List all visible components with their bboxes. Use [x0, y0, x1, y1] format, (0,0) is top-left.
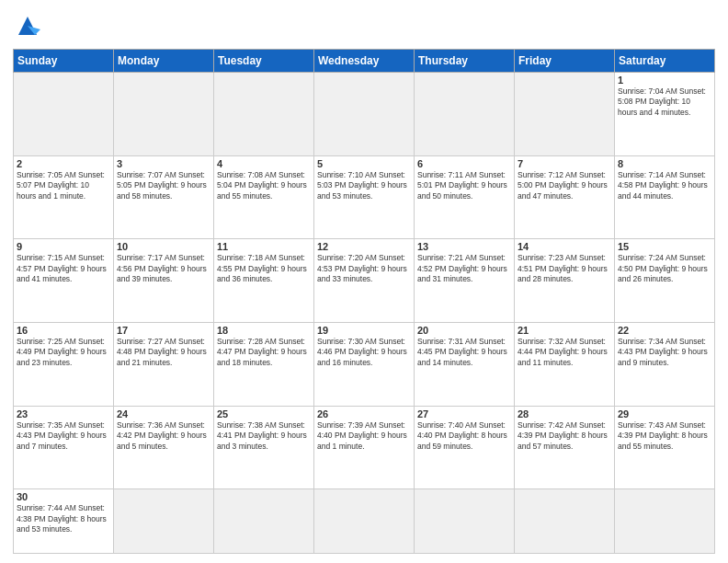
day-info: Sunrise: 7:43 AM Sunset: 4:39 PM Dayligh… [618, 420, 711, 452]
day-number: 3 [117, 158, 210, 169]
calendar-cell: 4Sunrise: 7:08 AM Sunset: 5:04 PM Daylig… [214, 155, 314, 239]
day-number: 26 [317, 408, 411, 419]
calendar-cell: 22Sunrise: 7:34 AM Sunset: 4:43 PM Dayli… [615, 322, 715, 406]
calendar-cell [415, 489, 515, 554]
calendar-cell: 2Sunrise: 7:05 AM Sunset: 5:07 PM Daylig… [14, 155, 114, 239]
calendar-cell: 16Sunrise: 7:25 AM Sunset: 4:49 PM Dayli… [14, 322, 114, 406]
calendar-cell: 20Sunrise: 7:31 AM Sunset: 4:45 PM Dayli… [415, 322, 515, 406]
calendar-cell: 23Sunrise: 7:35 AM Sunset: 4:43 PM Dayli… [14, 406, 114, 489]
calendar-cell [615, 489, 715, 554]
calendar-cell: 24Sunrise: 7:36 AM Sunset: 4:42 PM Dayli… [114, 406, 214, 489]
day-info: Sunrise: 7:38 AM Sunset: 4:41 PM Dayligh… [217, 420, 311, 452]
day-info: Sunrise: 7:04 AM Sunset: 5:08 PM Dayligh… [618, 86, 711, 118]
day-info: Sunrise: 7:32 AM Sunset: 4:44 PM Dayligh… [518, 337, 611, 368]
day-info: Sunrise: 7:39 AM Sunset: 4:40 PM Dayligh… [317, 420, 411, 452]
calendar-cell: 5Sunrise: 7:10 AM Sunset: 5:03 PM Daylig… [314, 155, 415, 239]
calendar-cell [114, 73, 214, 156]
calendar-week-3: 9Sunrise: 7:15 AM Sunset: 4:57 PM Daylig… [14, 239, 715, 323]
day-info: Sunrise: 7:35 AM Sunset: 4:43 PM Dayligh… [17, 420, 110, 452]
calendar-cell: 25Sunrise: 7:38 AM Sunset: 4:41 PM Dayli… [214, 406, 314, 489]
day-number: 6 [417, 158, 511, 169]
day-number: 7 [518, 158, 611, 169]
logo-icon [15, 13, 40, 39]
day-info: Sunrise: 7:24 AM Sunset: 4:50 PM Dayligh… [618, 253, 711, 284]
calendar-week-1: 1Sunrise: 7:04 AM Sunset: 5:08 PM Daylig… [14, 73, 715, 156]
day-number: 1 [618, 75, 711, 86]
day-info: Sunrise: 7:21 AM Sunset: 4:52 PM Dayligh… [417, 253, 511, 284]
calendar-cell: 3Sunrise: 7:07 AM Sunset: 5:05 PM Daylig… [114, 155, 214, 239]
weekday-header-saturday: Saturday [615, 50, 715, 73]
day-number: 21 [518, 325, 611, 336]
day-info: Sunrise: 7:25 AM Sunset: 4:49 PM Dayligh… [17, 337, 110, 368]
calendar-cell: 10Sunrise: 7:17 AM Sunset: 4:56 PM Dayli… [114, 239, 214, 323]
calendar-cell: 18Sunrise: 7:28 AM Sunset: 4:47 PM Dayli… [214, 322, 314, 406]
day-info: Sunrise: 7:10 AM Sunset: 5:03 PM Dayligh… [317, 170, 411, 201]
calendar-cell [314, 489, 415, 554]
day-number: 15 [618, 241, 711, 252]
day-number: 18 [217, 325, 311, 336]
calendar-cell [214, 489, 314, 554]
day-info: Sunrise: 7:44 AM Sunset: 4:38 PM Dayligh… [17, 503, 110, 534]
day-info: Sunrise: 7:05 AM Sunset: 5:07 PM Dayligh… [17, 170, 110, 201]
day-info: Sunrise: 7:23 AM Sunset: 4:51 PM Dayligh… [518, 253, 611, 284]
day-info: Sunrise: 7:11 AM Sunset: 5:01 PM Dayligh… [417, 170, 511, 201]
day-number: 13 [417, 241, 511, 252]
calendar-cell: 13Sunrise: 7:21 AM Sunset: 4:52 PM Dayli… [415, 239, 515, 323]
header [13, 9, 715, 43]
calendar-week-5: 23Sunrise: 7:35 AM Sunset: 4:43 PM Dayli… [14, 406, 715, 489]
day-number: 23 [17, 408, 110, 419]
calendar-week-4: 16Sunrise: 7:25 AM Sunset: 4:49 PM Dayli… [14, 322, 715, 406]
day-info: Sunrise: 7:31 AM Sunset: 4:45 PM Dayligh… [417, 337, 511, 368]
weekday-header-friday: Friday [515, 50, 615, 73]
day-number: 17 [117, 325, 210, 336]
day-number: 2 [17, 158, 110, 169]
day-info: Sunrise: 7:15 AM Sunset: 4:57 PM Dayligh… [17, 253, 110, 284]
day-number: 29 [618, 408, 711, 419]
calendar-cell [515, 489, 615, 554]
calendar-cell [14, 73, 114, 156]
weekday-header-monday: Monday [114, 50, 214, 73]
day-number: 19 [317, 325, 411, 336]
calendar-cell [114, 489, 214, 554]
day-number: 14 [518, 241, 611, 252]
day-number: 5 [317, 158, 411, 169]
day-info: Sunrise: 7:34 AM Sunset: 4:43 PM Dayligh… [618, 337, 711, 368]
calendar-cell: 27Sunrise: 7:40 AM Sunset: 4:40 PM Dayli… [415, 406, 515, 489]
day-info: Sunrise: 7:27 AM Sunset: 4:48 PM Dayligh… [117, 337, 210, 368]
calendar-week-2: 2Sunrise: 7:05 AM Sunset: 5:07 PM Daylig… [14, 155, 715, 239]
day-number: 11 [217, 241, 311, 252]
day-number: 27 [417, 408, 511, 419]
calendar-cell [415, 73, 515, 156]
calendar-cell: 17Sunrise: 7:27 AM Sunset: 4:48 PM Dayli… [114, 322, 214, 406]
calendar-table: SundayMondayTuesdayWednesdayThursdayFrid… [13, 49, 715, 554]
day-number: 9 [17, 241, 110, 252]
day-info: Sunrise: 7:36 AM Sunset: 4:42 PM Dayligh… [117, 420, 210, 452]
day-info: Sunrise: 7:17 AM Sunset: 4:56 PM Dayligh… [117, 253, 210, 284]
day-info: Sunrise: 7:07 AM Sunset: 5:05 PM Dayligh… [117, 170, 210, 201]
day-info: Sunrise: 7:30 AM Sunset: 4:46 PM Dayligh… [317, 337, 411, 368]
weekday-header-wednesday: Wednesday [314, 50, 415, 73]
weekday-header-thursday: Thursday [415, 50, 515, 73]
day-info: Sunrise: 7:40 AM Sunset: 4:40 PM Dayligh… [417, 420, 511, 452]
weekday-header-sunday: Sunday [14, 50, 114, 73]
logo-wordmark [13, 13, 40, 43]
calendar-cell: 9Sunrise: 7:15 AM Sunset: 4:57 PM Daylig… [14, 239, 114, 323]
calendar-cell: 12Sunrise: 7:20 AM Sunset: 4:53 PM Dayli… [314, 239, 415, 323]
calendar-cell: 1Sunrise: 7:04 AM Sunset: 5:08 PM Daylig… [615, 73, 715, 156]
day-info: Sunrise: 7:14 AM Sunset: 4:58 PM Dayligh… [618, 170, 711, 201]
day-number: 16 [17, 325, 110, 336]
day-info: Sunrise: 7:28 AM Sunset: 4:47 PM Dayligh… [217, 337, 311, 368]
day-number: 28 [518, 408, 611, 419]
day-number: 25 [217, 408, 311, 419]
calendar-week-6: 30Sunrise: 7:44 AM Sunset: 4:38 PM Dayli… [14, 489, 715, 554]
day-info: Sunrise: 7:18 AM Sunset: 4:55 PM Dayligh… [217, 253, 311, 284]
weekday-header-row: SundayMondayTuesdayWednesdayThursdayFrid… [14, 50, 715, 73]
day-number: 20 [417, 325, 511, 336]
page: SundayMondayTuesdayWednesdayThursdayFrid… [0, 0, 728, 563]
calendar-cell: 26Sunrise: 7:39 AM Sunset: 4:40 PM Dayli… [314, 406, 415, 489]
day-number: 12 [317, 241, 411, 252]
day-number: 30 [17, 491, 110, 502]
day-number: 10 [117, 241, 210, 252]
day-number: 4 [217, 158, 311, 169]
weekday-header-tuesday: Tuesday [214, 50, 314, 73]
